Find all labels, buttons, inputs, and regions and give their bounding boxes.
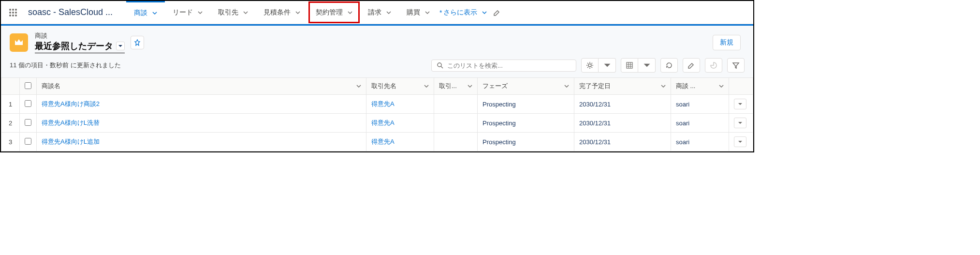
- cell-owner: soari: [671, 95, 729, 114]
- col-phase[interactable]: フェーズ: [478, 78, 574, 95]
- chevron-down-icon: [348, 10, 352, 15]
- chevron-down-icon: [424, 84, 429, 89]
- svg-line-10: [441, 66, 443, 68]
- display-as-chevron[interactable]: [638, 58, 656, 73]
- cell-accdim: [434, 133, 478, 151]
- nav-tabs: 商談リード取引先見積条件契約管理請求購買: [126, 1, 438, 24]
- chevron-down-icon: [243, 10, 248, 15]
- nav-tab[interactable]: リード: [165, 1, 210, 24]
- chevron-down-icon: [661, 84, 666, 89]
- account-link[interactable]: 得意先A: [371, 119, 395, 126]
- data-table: 商談名 取引先名 取引... フェーズ 完了予定日 商談 ... 1得意先A様向…: [1, 77, 753, 151]
- list-settings-button[interactable]: [581, 58, 599, 73]
- svg-point-3: [9, 12, 11, 14]
- chart-button[interactable]: [705, 58, 722, 73]
- chevron-down-icon: [468, 84, 472, 89]
- list-view-switcher[interactable]: [116, 42, 125, 50]
- svg-point-1: [12, 9, 14, 11]
- nav-tab-label: 契約管理: [316, 8, 343, 17]
- refresh-button[interactable]: [660, 58, 678, 73]
- svg-point-0: [9, 9, 11, 11]
- svg-point-11: [588, 64, 591, 67]
- list-settings-chevron[interactable]: [599, 58, 616, 73]
- nav-tab[interactable]: 購買: [399, 1, 438, 24]
- col-close[interactable]: 完了予定日: [574, 78, 671, 95]
- list-view-name-text: 最近参照したデータ: [35, 40, 113, 52]
- svg-point-9: [438, 63, 441, 67]
- col-name[interactable]: 商談名: [37, 78, 366, 95]
- nav-tab-label: 見積条件: [263, 8, 291, 17]
- cell-phase: Prospecting: [478, 95, 574, 114]
- row-actions-button[interactable]: [734, 118, 746, 128]
- inline-edit-button[interactable]: [683, 58, 700, 73]
- svg-point-7: [12, 15, 14, 16]
- nav-tab[interactable]: 見積条件: [256, 1, 308, 24]
- row-checkbox[interactable]: [25, 100, 31, 107]
- cell-phase: Prospecting: [478, 133, 574, 151]
- chevron-down-icon: [425, 10, 430, 15]
- account-link[interactable]: 得意先A: [371, 138, 395, 145]
- row-number: 2: [1, 114, 20, 133]
- svg-point-5: [15, 12, 17, 14]
- chevron-down-icon: [482, 10, 487, 15]
- nav-tab-label: 請求: [368, 8, 381, 17]
- filter-button[interactable]: [727, 58, 745, 73]
- col-actions: [729, 78, 753, 95]
- list-view-name[interactable]: 最近参照したデータ: [35, 40, 125, 53]
- svg-rect-12: [627, 62, 632, 68]
- list-search-box[interactable]: [431, 60, 576, 72]
- pin-button[interactable]: [131, 36, 144, 49]
- app-launcher-icon[interactable]: [6, 5, 20, 20]
- col-account[interactable]: 取引先名: [366, 78, 434, 95]
- account-link[interactable]: 得意先A: [371, 100, 395, 107]
- table-row: 3得意先A様向けL追加得意先AProspecting2030/12/31soar…: [1, 133, 753, 151]
- chevron-down-icon: [356, 84, 361, 89]
- list-search-input[interactable]: [447, 62, 571, 69]
- page-header: 商談 最近参照したデータ 新規 11 個の項目・数秒前 に更新されました: [1, 24, 753, 151]
- asterisk-icon: *: [439, 9, 442, 16]
- app-name: soasc - SalesCloud ...: [28, 7, 113, 17]
- nav-tab-label: 取引先: [218, 8, 238, 17]
- nav-tab[interactable]: 商談: [126, 1, 165, 24]
- col-owner[interactable]: 商談 ...: [671, 78, 729, 95]
- nav-tab-label: 商談: [134, 9, 147, 17]
- cell-owner: soari: [671, 114, 729, 133]
- row-checkbox[interactable]: [25, 119, 31, 126]
- row-actions-button[interactable]: [734, 99, 746, 109]
- cell-close: 2030/12/31: [574, 133, 671, 151]
- cell-phase: Prospecting: [478, 114, 574, 133]
- opportunity-link[interactable]: 得意先A様向けL追加: [42, 138, 100, 145]
- svg-point-6: [9, 15, 11, 16]
- select-all-checkbox[interactable]: [25, 82, 31, 89]
- object-label: 商談: [35, 31, 125, 40]
- svg-point-8: [15, 15, 17, 16]
- cell-close: 2030/12/31: [574, 114, 671, 133]
- cell-close: 2030/12/31: [574, 95, 671, 114]
- opportunity-link[interactable]: 得意先A様向け商談2: [42, 100, 100, 107]
- col-rownum: [1, 78, 20, 95]
- nav-more-label: さらに表示: [443, 8, 477, 17]
- row-checkbox[interactable]: [25, 138, 31, 145]
- nav-tab[interactable]: 請求: [360, 1, 399, 24]
- new-button[interactable]: 新規: [713, 35, 741, 50]
- nav-tab[interactable]: 契約管理: [308, 1, 360, 24]
- col-accdim[interactable]: 取引...: [434, 78, 478, 95]
- chevron-down-icon: [198, 10, 203, 15]
- nav-tab[interactable]: 取引先: [210, 1, 256, 24]
- table-row: 2得意先A様向けL洗替得意先AProspecting2030/12/31soar…: [1, 114, 753, 133]
- table-row: 1得意先A様向け商談2得意先AProspecting2030/12/31soar…: [1, 95, 753, 114]
- row-number: 1: [1, 95, 20, 114]
- col-select-all[interactable]: [20, 78, 37, 95]
- opportunity-link[interactable]: 得意先A様向けL洗替: [42, 119, 100, 126]
- nav-more[interactable]: * さらに表示: [439, 8, 486, 17]
- cell-accdim: [434, 114, 478, 133]
- chevron-down-icon: [564, 84, 569, 89]
- row-actions-button[interactable]: [734, 136, 746, 147]
- display-as-button[interactable]: [621, 58, 638, 73]
- row-number: 3: [1, 133, 20, 151]
- edit-nav-button[interactable]: [490, 9, 504, 16]
- chevron-down-icon: [386, 10, 391, 15]
- chevron-down-icon: [152, 11, 157, 15]
- list-status-text: 11 個の項目・数秒前 に更新されました: [10, 61, 121, 70]
- chevron-down-icon: [295, 10, 300, 15]
